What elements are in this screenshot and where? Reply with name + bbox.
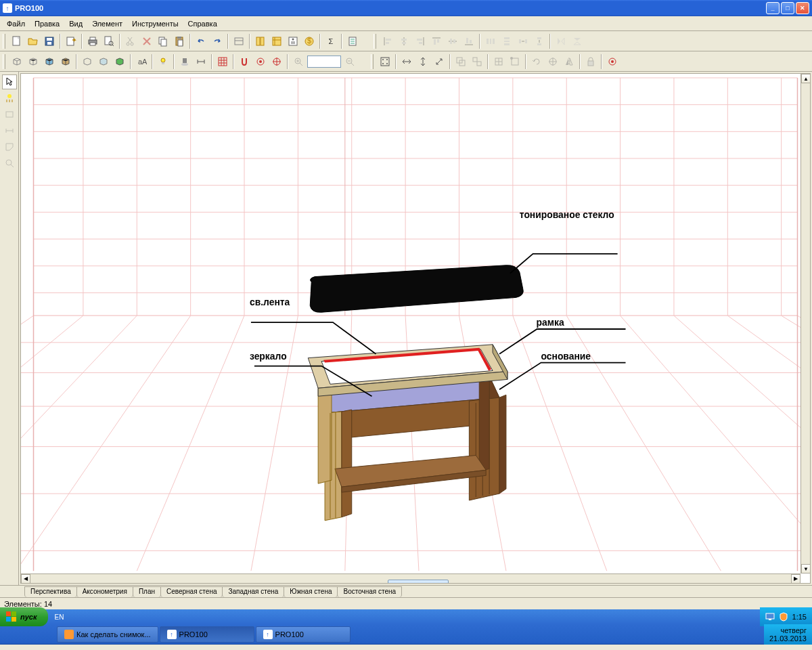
report-icon[interactable]: [345, 34, 360, 49]
align-bottom-icon[interactable]: [461, 34, 476, 49]
distribute-v-icon[interactable]: [499, 34, 514, 49]
lock-icon[interactable]: [583, 54, 598, 69]
menu-element[interactable]: Элемент: [88, 18, 127, 29]
menu-view[interactable]: Вид: [65, 18, 87, 29]
rotate-cw-icon[interactable]: [529, 54, 544, 69]
zoom-in-icon[interactable]: [291, 54, 306, 69]
maximize-button[interactable]: □: [781, 2, 794, 14]
scroll-up-icon[interactable]: ▲: [801, 74, 811, 83]
group-icon[interactable]: [453, 54, 468, 69]
move-y-icon[interactable]: [415, 54, 430, 69]
undo-icon[interactable]: [194, 34, 208, 49]
move-z-icon[interactable]: [432, 54, 447, 69]
shadow-icon[interactable]: [177, 54, 192, 69]
scroll-down-icon[interactable]: ▼: [801, 564, 811, 573]
space-h-icon[interactable]: [516, 34, 531, 49]
close-button[interactable]: ✕: [796, 2, 809, 14]
tray-icon-shield[interactable]: [779, 612, 788, 622]
align-top-icon[interactable]: [429, 34, 444, 49]
delete-icon[interactable]: [139, 34, 154, 49]
structure-icon[interactable]: [269, 34, 284, 49]
align-center-v-icon[interactable]: [445, 34, 460, 49]
wireframe-icon[interactable]: [9, 54, 24, 69]
tab-north[interactable]: Северная стена: [160, 586, 223, 597]
viewport[interactable]: тонированое стекло св.лента зеркало рамк…: [20, 73, 811, 584]
menu-tools[interactable]: Инструменты: [128, 18, 183, 29]
flip-v-icon[interactable]: [570, 34, 585, 49]
grid-icon[interactable]: [215, 54, 230, 69]
sketch-icon[interactable]: [26, 54, 41, 69]
tab-plan[interactable]: План: [133, 586, 161, 597]
move-x-icon[interactable]: [399, 54, 414, 69]
start-button[interactable]: пуск: [0, 607, 48, 626]
trans-c-icon[interactable]: [112, 54, 127, 69]
redo-icon[interactable]: [210, 34, 225, 49]
align-right-icon[interactable]: [413, 34, 428, 49]
tray-icon-monitor[interactable]: [765, 612, 775, 622]
import-icon[interactable]: [64, 34, 78, 49]
paste-icon[interactable]: [172, 34, 187, 49]
dimension-icon[interactable]: [2, 123, 17, 138]
horizontal-scrollbar[interactable]: ◀ ▶: [21, 573, 800, 583]
align-left-icon[interactable]: [380, 34, 395, 49]
print-icon[interactable]: [85, 34, 100, 49]
new-file-icon[interactable]: [9, 34, 24, 49]
zoom-out-icon[interactable]: [342, 54, 357, 69]
menu-edit[interactable]: Правка: [30, 18, 64, 29]
select-icon[interactable]: [2, 74, 17, 89]
mirror-icon[interactable]: [562, 54, 577, 69]
tab-perspective[interactable]: Перспектива: [24, 586, 77, 597]
align-center-h-icon[interactable]: [397, 34, 411, 49]
colors-icon[interactable]: [42, 54, 57, 69]
tab-axonometry[interactable]: Аксонометрия: [76, 586, 133, 597]
textures-icon[interactable]: [58, 54, 73, 69]
target-icon[interactable]: [269, 54, 284, 69]
price-icon[interactable]: $: [302, 34, 317, 49]
taskbar-item[interactable]: Как сделать снимок...: [57, 626, 158, 643]
center-pivot-icon[interactable]: [491, 54, 506, 69]
tool-a-icon[interactable]: [231, 34, 246, 49]
scroll-thumb[interactable]: [388, 580, 449, 584]
minimize-button[interactable]: _: [766, 2, 780, 14]
light-icon[interactable]: [156, 54, 171, 69]
ungroup-icon[interactable]: [470, 54, 484, 69]
flip-h-icon[interactable]: [554, 34, 568, 49]
snap-icon[interactable]: [237, 54, 252, 69]
distribute-h-icon[interactable]: [483, 34, 498, 49]
properties-icon[interactable]: [286, 34, 300, 49]
date-block[interactable]: четверг 21.03.2013: [769, 626, 807, 643]
menu-file[interactable]: Файл: [3, 18, 29, 29]
menu-help[interactable]: Справка: [184, 18, 221, 29]
trans-a-icon[interactable]: [80, 54, 95, 69]
shape-icon[interactable]: [2, 139, 17, 154]
copy-icon[interactable]: [156, 34, 171, 49]
vertical-scrollbar[interactable]: ▲ ▼: [800, 74, 810, 573]
scroll-left-icon[interactable]: ◀: [21, 574, 30, 584]
taskbar-item[interactable]: ↑ PRO100: [160, 626, 254, 643]
clock[interactable]: 1:15: [792, 613, 807, 621]
sigma-icon[interactable]: Σ: [323, 34, 338, 49]
scroll-right-icon[interactable]: ▶: [791, 574, 800, 584]
open-file-icon[interactable]: [26, 34, 41, 49]
language-indicator[interactable]: EN: [51, 613, 68, 621]
catalog-icon[interactable]: [253, 34, 268, 49]
taskbar-item[interactable]: ↑ PRO100: [256, 626, 351, 643]
zoom-region-icon[interactable]: [2, 156, 17, 171]
collision-icon[interactable]: [253, 54, 268, 69]
tab-south[interactable]: Южная стена: [284, 586, 338, 597]
rotate-free-icon[interactable]: [545, 54, 560, 69]
dim-icon[interactable]: [194, 54, 208, 69]
tab-east[interactable]: Восточная стена: [337, 586, 402, 597]
space-v-icon[interactable]: [532, 34, 547, 49]
print-preview-icon[interactable]: [102, 34, 116, 49]
light-icon[interactable]: [2, 91, 17, 106]
tab-west[interactable]: Западная стена: [222, 586, 284, 597]
zoom-combo[interactable]: [307, 56, 341, 68]
corner-pivot-icon[interactable]: [508, 54, 522, 69]
cut-icon[interactable]: [123, 34, 138, 49]
red-target-icon[interactable]: [605, 54, 620, 69]
text-label-icon[interactable]: aA: [134, 54, 149, 69]
move-icon[interactable]: [378, 54, 392, 69]
trans-b-icon[interactable]: [96, 54, 111, 69]
save-icon[interactable]: [42, 34, 57, 49]
